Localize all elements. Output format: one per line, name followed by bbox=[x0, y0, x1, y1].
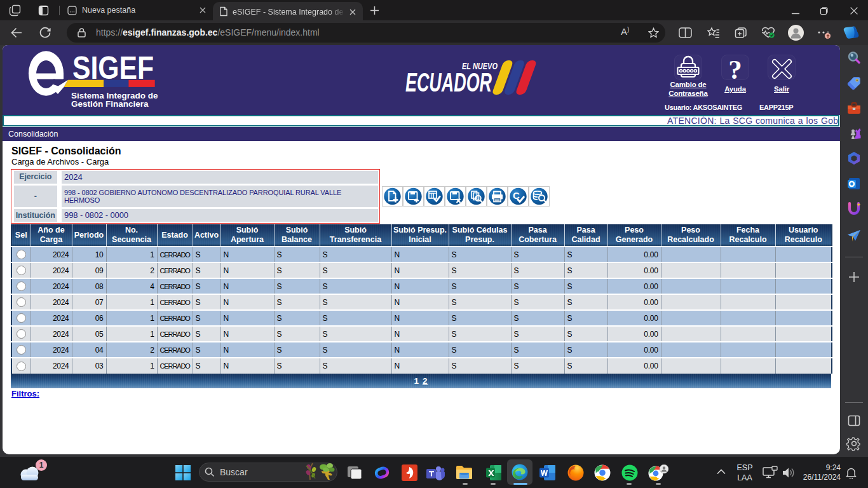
svg-text:C: C bbox=[513, 190, 520, 201]
svg-text:SIGEF: SIGEF bbox=[72, 50, 154, 86]
svg-text:ECUADOR: ECUADOR bbox=[405, 67, 492, 97]
svg-text:Gestión Financiera: Gestión Financiera bbox=[71, 99, 149, 109]
